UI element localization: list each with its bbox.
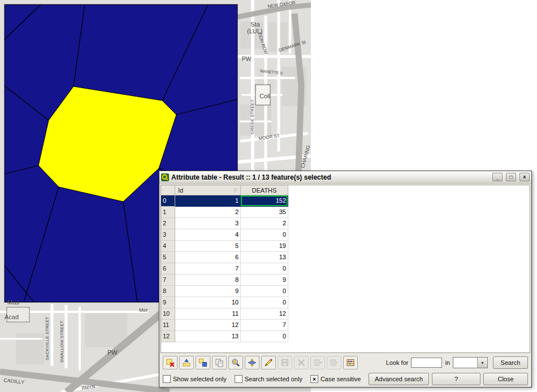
maximize-button[interactable]: □ [506,173,516,181]
cell-deaths[interactable]: 13 [241,252,288,263]
checkbox-case-sensitive[interactable]: ×Case sensitive [310,375,361,383]
copy-icon [215,358,224,367]
row-header[interactable]: 2 [161,218,175,229]
close-icon[interactable]: × [519,173,530,181]
column-label-id: Id [178,187,183,194]
unselect-all-button[interactable] [163,356,177,369]
pan-icon [248,358,257,367]
pan-to-selected-button[interactable] [245,356,259,369]
map-label: Mus [7,299,19,306]
table-row: 232 [161,218,530,229]
cell-deaths[interactable]: 152 [241,195,288,207]
checkbox-checked-icon[interactable]: × [310,375,318,383]
chevron-down-icon[interactable]: ▼ [477,358,487,368]
invert-selection-button[interactable] [196,356,210,369]
map-label: Mer [139,307,148,313]
cell-id[interactable]: 8 [175,275,241,286]
row-header[interactable]: 1 [161,207,175,218]
map-label: SACKVILLE STREET [45,317,50,360]
checkbox-show-selected-only[interactable]: Show selected only [163,375,227,383]
toggle-editing-button[interactable] [261,356,276,369]
cell-deaths[interactable]: 2 [241,218,288,229]
invert-icon [198,358,207,367]
checkbox-unchecked-icon[interactable] [235,375,242,383]
footer-buttons: Advanced search ? Close [369,373,528,385]
col-del-icon [330,358,339,367]
table-row: 11127 [161,320,530,331]
look-for-input[interactable] [411,358,442,368]
cell-deaths[interactable]: 0 [241,263,288,275]
checkbox-label: Search selected only [245,376,302,382]
cell-id[interactable]: 3 [175,218,241,229]
row-header[interactable]: 0 [161,195,175,207]
checkbox-unchecked-icon[interactable] [163,375,171,383]
move-selection-to-top-button[interactable] [179,356,194,369]
row-header[interactable]: 10 [161,308,175,320]
titlebar[interactable]: Attribute table - Result :: 1 / 13 featu… [159,171,531,184]
cell-deaths[interactable]: 9 [241,275,288,286]
row-header[interactable]: 9 [161,297,175,308]
minimize-button[interactable]: _ [492,173,503,181]
attribute-table: Id ▽ DEATHS 0115212352323404519561367078… [161,185,530,353]
cell-id[interactable]: 9 [175,286,241,297]
cell-deaths[interactable]: 35 [241,207,288,218]
calculator-icon [346,358,355,367]
cell-id[interactable]: 12 [175,320,241,331]
table-row: 9100 [161,297,530,308]
map-label: GREEK STREET [250,99,255,134]
row-header[interactable]: 6 [161,263,175,275]
corner-header [161,185,175,195]
cell-id[interactable]: 1 [175,195,241,207]
row-header[interactable]: 8 [161,286,175,297]
cell-deaths[interactable]: 19 [241,241,288,252]
row-header[interactable]: 12 [161,331,175,342]
field-combobox[interactable]: ▼ [453,357,488,368]
column-label-deaths: DEATHS [252,187,277,194]
checkbox-label: Case sensitive [321,376,361,382]
cell-id[interactable]: 10 [175,297,241,308]
open-field-calculator-button[interactable] [343,356,358,369]
table-row: 01152 [161,195,530,207]
save-icon [280,358,289,367]
cell-deaths[interactable]: 0 [241,286,288,297]
row-header[interactable]: 11 [161,320,175,331]
help-button[interactable]: ? [432,373,480,385]
zoom-to-selected-button[interactable] [228,356,243,369]
table-body: 0115212352323404519561367078989091001011… [161,195,530,342]
cell-deaths[interactable]: 0 [241,297,288,308]
cell-deaths[interactable]: 7 [241,320,288,331]
window-title: Attribute table - Result :: 1 / 13 featu… [171,173,489,181]
row-header[interactable]: 5 [161,252,175,263]
col-add-icon [313,358,322,367]
cell-id[interactable]: 13 [175,331,241,342]
cell-deaths[interactable]: 0 [241,331,288,342]
map-label: PW [242,56,252,62]
cell-id[interactable]: 5 [175,241,241,252]
footer-checkboxes: Show selected onlySearch selected only×C… [163,375,361,383]
cell-id[interactable]: 6 [175,252,241,263]
copy-selected-rows-button[interactable] [212,356,227,369]
table-row: 12130 [161,331,530,342]
map-label: Acad [5,313,19,320]
column-header-deaths[interactable]: DEATHS [241,185,288,195]
cell-id[interactable]: 2 [175,207,241,218]
attribute-table-window: Attribute table - Result :: 1 / 13 featu… [159,171,532,387]
row-header[interactable]: 3 [161,229,175,241]
move-top-icon [182,358,191,367]
cell-id[interactable]: 7 [175,263,241,275]
advanced-search-button[interactable]: Advanced search [369,373,429,385]
row-header[interactable]: 4 [161,241,175,252]
close-dialog-button[interactable]: Close [483,373,528,385]
search-controls: Look for in ▼ Search [386,356,528,369]
delete-icon [297,358,306,367]
delete-column-button [327,356,341,369]
checkbox-search-selected-only[interactable]: Search selected only [235,375,302,383]
in-label: in [445,359,450,366]
column-header-id[interactable]: Id ▽ [175,185,241,195]
row-header[interactable]: 7 [161,275,175,286]
search-button[interactable]: Search [493,356,528,369]
cell-id[interactable]: 4 [175,229,241,241]
cell-id[interactable]: 11 [175,308,241,320]
cell-deaths[interactable]: 12 [241,308,288,320]
cell-deaths[interactable]: 0 [241,229,288,241]
